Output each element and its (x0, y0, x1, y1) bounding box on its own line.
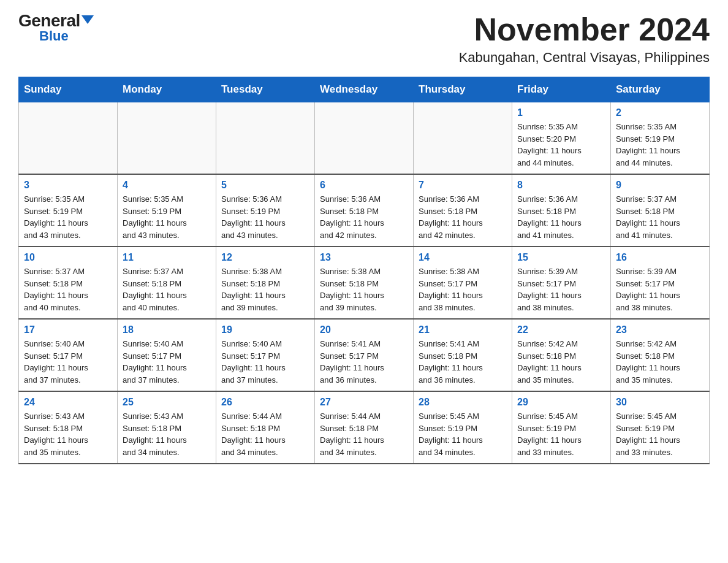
day-info: Sunrise: 5:45 AM Sunset: 5:19 PM Dayligh… (419, 410, 507, 458)
day-number: 13 (320, 252, 408, 263)
day-number: 15 (517, 252, 605, 263)
calendar-cell (315, 102, 414, 175)
calendar-cell: 24Sunrise: 5:43 AM Sunset: 5:18 PM Dayli… (19, 391, 118, 464)
day-info: Sunrise: 5:38 AM Sunset: 5:17 PM Dayligh… (419, 266, 507, 313)
day-info: Sunrise: 5:45 AM Sunset: 5:19 PM Dayligh… (616, 410, 704, 458)
day-info: Sunrise: 5:42 AM Sunset: 5:18 PM Dayligh… (616, 338, 704, 386)
day-number: 4 (123, 180, 211, 191)
calendar-cell: 19Sunrise: 5:40 AM Sunset: 5:17 PM Dayli… (216, 319, 315, 391)
page-header: General Blue November 2024 Kabungahan, C… (18, 12, 710, 66)
calendar-cell: 9Sunrise: 5:37 AM Sunset: 5:18 PM Daylig… (611, 174, 710, 247)
day-info: Sunrise: 5:40 AM Sunset: 5:17 PM Dayligh… (24, 338, 112, 386)
title-block: November 2024 Kabungahan, Central Visaya… (459, 12, 710, 66)
calendar-cell (414, 102, 512, 175)
day-info: Sunrise: 5:35 AM Sunset: 5:19 PM Dayligh… (123, 193, 211, 241)
calendar-cell: 7Sunrise: 5:36 AM Sunset: 5:18 PM Daylig… (414, 174, 512, 247)
day-info: Sunrise: 5:44 AM Sunset: 5:18 PM Dayligh… (320, 410, 408, 458)
day-number: 7 (419, 180, 507, 191)
day-info: Sunrise: 5:36 AM Sunset: 5:18 PM Dayligh… (419, 193, 507, 241)
day-info: Sunrise: 5:43 AM Sunset: 5:18 PM Dayligh… (123, 410, 211, 458)
calendar-cell: 20Sunrise: 5:41 AM Sunset: 5:17 PM Dayli… (315, 319, 414, 391)
calendar-cell: 10Sunrise: 5:37 AM Sunset: 5:18 PM Dayli… (19, 247, 118, 319)
calendar-week-row: 10Sunrise: 5:37 AM Sunset: 5:18 PM Dayli… (19, 247, 710, 319)
calendar-header-thursday: Thursday (414, 77, 512, 102)
calendar-cell: 22Sunrise: 5:42 AM Sunset: 5:18 PM Dayli… (512, 319, 611, 391)
calendar-week-row: 1Sunrise: 5:35 AM Sunset: 5:20 PM Daylig… (19, 102, 710, 175)
day-info: Sunrise: 5:39 AM Sunset: 5:17 PM Dayligh… (616, 266, 704, 313)
day-number: 16 (616, 252, 704, 263)
day-info: Sunrise: 5:40 AM Sunset: 5:17 PM Dayligh… (123, 338, 211, 386)
day-number: 26 (221, 397, 309, 408)
day-number: 11 (123, 252, 211, 263)
calendar-cell: 18Sunrise: 5:40 AM Sunset: 5:17 PM Dayli… (118, 319, 216, 391)
day-info: Sunrise: 5:39 AM Sunset: 5:17 PM Dayligh… (517, 266, 605, 313)
day-info: Sunrise: 5:43 AM Sunset: 5:18 PM Dayligh… (24, 410, 112, 458)
calendar-cell: 8Sunrise: 5:36 AM Sunset: 5:18 PM Daylig… (512, 174, 611, 247)
calendar-table: SundayMondayTuesdayWednesdayThursdayFrid… (18, 77, 710, 464)
day-number: 6 (320, 180, 408, 191)
calendar-cell: 4Sunrise: 5:35 AM Sunset: 5:19 PM Daylig… (118, 174, 216, 247)
day-info: Sunrise: 5:37 AM Sunset: 5:18 PM Dayligh… (616, 193, 704, 241)
day-number: 28 (419, 397, 507, 408)
page-title: November 2024 (459, 12, 710, 47)
day-info: Sunrise: 5:38 AM Sunset: 5:18 PM Dayligh… (320, 266, 408, 313)
day-number: 20 (320, 324, 408, 335)
calendar-cell (118, 102, 216, 175)
day-info: Sunrise: 5:35 AM Sunset: 5:19 PM Dayligh… (24, 193, 112, 241)
day-number: 25 (123, 397, 211, 408)
day-info: Sunrise: 5:41 AM Sunset: 5:18 PM Dayligh… (419, 338, 507, 386)
calendar-week-row: 17Sunrise: 5:40 AM Sunset: 5:17 PM Dayli… (19, 319, 710, 391)
day-number: 27 (320, 397, 408, 408)
calendar-cell: 16Sunrise: 5:39 AM Sunset: 5:17 PM Dayli… (611, 247, 710, 319)
logo-triangle-icon (82, 15, 94, 24)
calendar-cell: 6Sunrise: 5:36 AM Sunset: 5:18 PM Daylig… (315, 174, 414, 247)
logo-general-text: General (18, 12, 80, 29)
day-number: 5 (221, 180, 309, 191)
day-number: 19 (221, 324, 309, 335)
calendar-cell: 2Sunrise: 5:35 AM Sunset: 5:19 PM Daylig… (611, 102, 710, 175)
day-info: Sunrise: 5:35 AM Sunset: 5:20 PM Dayligh… (517, 121, 605, 169)
calendar-cell: 25Sunrise: 5:43 AM Sunset: 5:18 PM Dayli… (118, 391, 216, 464)
day-number: 8 (517, 180, 605, 191)
day-number: 12 (221, 252, 309, 263)
calendar-header-row: SundayMondayTuesdayWednesdayThursdayFrid… (19, 77, 710, 102)
calendar-header-saturday: Saturday (611, 77, 710, 102)
day-info: Sunrise: 5:36 AM Sunset: 5:18 PM Dayligh… (320, 193, 408, 241)
calendar-cell: 27Sunrise: 5:44 AM Sunset: 5:18 PM Dayli… (315, 391, 414, 464)
day-number: 18 (123, 324, 211, 335)
calendar-cell: 29Sunrise: 5:45 AM Sunset: 5:19 PM Dayli… (512, 391, 611, 464)
day-number: 29 (517, 397, 605, 408)
day-number: 1 (517, 107, 605, 118)
day-info: Sunrise: 5:38 AM Sunset: 5:18 PM Dayligh… (221, 266, 309, 313)
calendar-header-tuesday: Tuesday (216, 77, 315, 102)
calendar-header-friday: Friday (512, 77, 611, 102)
calendar-cell: 11Sunrise: 5:37 AM Sunset: 5:18 PM Dayli… (118, 247, 216, 319)
calendar-cell: 21Sunrise: 5:41 AM Sunset: 5:18 PM Dayli… (414, 319, 512, 391)
calendar-cell: 5Sunrise: 5:36 AM Sunset: 5:19 PM Daylig… (216, 174, 315, 247)
day-number: 22 (517, 324, 605, 335)
calendar-cell: 12Sunrise: 5:38 AM Sunset: 5:18 PM Dayli… (216, 247, 315, 319)
day-info: Sunrise: 5:37 AM Sunset: 5:18 PM Dayligh… (24, 266, 112, 313)
day-info: Sunrise: 5:35 AM Sunset: 5:19 PM Dayligh… (616, 121, 704, 169)
day-info: Sunrise: 5:42 AM Sunset: 5:18 PM Dayligh… (517, 338, 605, 386)
day-info: Sunrise: 5:41 AM Sunset: 5:17 PM Dayligh… (320, 338, 408, 386)
calendar-header-monday: Monday (118, 77, 216, 102)
day-number: 23 (616, 324, 704, 335)
calendar-cell: 13Sunrise: 5:38 AM Sunset: 5:18 PM Dayli… (315, 247, 414, 319)
calendar-cell (216, 102, 315, 175)
calendar-cell: 1Sunrise: 5:35 AM Sunset: 5:20 PM Daylig… (512, 102, 611, 175)
calendar-cell: 17Sunrise: 5:40 AM Sunset: 5:17 PM Dayli… (19, 319, 118, 391)
calendar-cell: 3Sunrise: 5:35 AM Sunset: 5:19 PM Daylig… (19, 174, 118, 247)
day-number: 30 (616, 397, 704, 408)
day-number: 21 (419, 324, 507, 335)
calendar-cell (19, 102, 118, 175)
day-number: 3 (24, 180, 112, 191)
day-info: Sunrise: 5:45 AM Sunset: 5:19 PM Dayligh… (517, 410, 605, 458)
day-number: 10 (24, 252, 112, 263)
calendar-cell: 28Sunrise: 5:45 AM Sunset: 5:19 PM Dayli… (414, 391, 512, 464)
day-number: 14 (419, 252, 507, 263)
calendar-cell: 14Sunrise: 5:38 AM Sunset: 5:17 PM Dayli… (414, 247, 512, 319)
calendar-cell: 30Sunrise: 5:45 AM Sunset: 5:19 PM Dayli… (611, 391, 710, 464)
day-info: Sunrise: 5:37 AM Sunset: 5:18 PM Dayligh… (123, 266, 211, 313)
logo: General Blue (18, 12, 94, 43)
